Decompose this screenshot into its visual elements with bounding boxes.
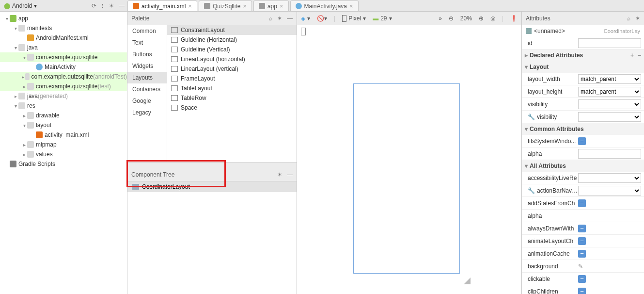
sync-icon[interactable]: ⟳ (92, 2, 96, 9)
tree-node[interactable]: ▸java (generated) (0, 91, 127, 101)
palette-item[interactable]: Guideline (Horizontal) (167, 35, 297, 45)
search-icon[interactable]: ⌕ (269, 15, 272, 22)
palette-item[interactable]: TableLayout (167, 83, 297, 93)
attr-check[interactable]: − (578, 199, 586, 207)
palette-item[interactable]: LinearLayout (horizontal) (167, 54, 297, 64)
palette-item[interactable]: TableRow (167, 93, 297, 103)
attr-check[interactable]: − (578, 237, 586, 245)
tree-node[interactable]: activity_main.xml (0, 130, 127, 140)
tree-node[interactable]: ▾res (0, 101, 127, 111)
tree-node[interactable]: Gradle Scripts (0, 159, 127, 169)
fits-check[interactable]: − (578, 137, 586, 145)
attr-section-layout[interactable]: ▾Layout (522, 61, 644, 73)
warnings-icon[interactable]: ❗ (510, 15, 518, 22)
phone-preview[interactable] (353, 83, 460, 274)
palette-item[interactable]: FrameLayout (167, 74, 297, 83)
expand-arrow[interactable]: ▸ (21, 113, 27, 118)
api-selector[interactable]: ▬ 29▾ (373, 15, 392, 22)
minimize-icon[interactable]: — (287, 171, 293, 178)
zoom-fit-button[interactable]: ◎ (490, 15, 495, 22)
zoom-out-button[interactable]: ⊖ (449, 15, 454, 22)
tools-visibility-select[interactable] (578, 112, 641, 122)
expand-arrow[interactable]: ▾ (13, 45, 18, 50)
module-selector[interactable]: ⬤ Android ▾ (4, 2, 37, 9)
search-icon[interactable]: ⌕ (627, 15, 630, 22)
attr-check[interactable]: − (578, 250, 586, 258)
expand-arrow[interactable]: ▸ (13, 94, 18, 99)
alpha-input[interactable] (578, 149, 641, 159)
tree-node[interactable]: ▾layout (0, 120, 127, 130)
gear-icon[interactable]: ✶ (277, 15, 282, 22)
palette-category[interactable]: Text (127, 37, 167, 49)
add-icon[interactable]: + (630, 52, 634, 59)
tree-node[interactable]: ▸values (0, 149, 127, 159)
attr-check[interactable]: − (578, 225, 586, 232)
palette-item[interactable]: LinearLayout (vertical) (167, 64, 297, 74)
tree-node[interactable]: ▸com.example.quizsqllite (test) (0, 82, 127, 91)
remove-icon[interactable]: − (638, 52, 641, 59)
expand-arrow[interactable]: ▸ (21, 142, 27, 147)
palette-item[interactable]: Guideline (Vertical) (167, 45, 297, 54)
tree-node[interactable]: AndroidManifest.xml (0, 33, 127, 43)
attr-select[interactable] (578, 186, 641, 196)
tree-node[interactable]: MainActivity (0, 62, 127, 72)
attr-check[interactable]: − (578, 275, 586, 283)
attr-select[interactable] (578, 173, 641, 183)
tree-node[interactable]: ▾com.example.quizsqllite (0, 52, 127, 62)
device-selector[interactable]: Pixel▾ (342, 15, 366, 22)
attr-section-all[interactable]: ▾All Attributes (522, 160, 644, 172)
close-icon[interactable]: × (280, 2, 283, 10)
tree-node[interactable]: ▾java (0, 43, 127, 52)
palette-category[interactable]: Legacy (127, 107, 167, 118)
resize-grip[interactable] (462, 276, 471, 284)
orientation-button[interactable]: 🚫▾ (317, 15, 327, 22)
gear-icon[interactable]: ✶ (109, 2, 114, 9)
project-tree[interactable]: ▾app▾manifestsAndroidManifest.xml▾java▾c… (0, 12, 127, 294)
gear-icon[interactable]: ✶ (635, 15, 640, 22)
layout-height-select[interactable]: match_parent (578, 87, 641, 97)
tree-node[interactable]: ▾manifests (0, 23, 127, 33)
palette-category[interactable]: Containers (127, 83, 167, 95)
palette-item[interactable]: ConstraintLayout (167, 25, 297, 35)
tree-node[interactable]: ▾app (0, 14, 127, 23)
minimize-icon[interactable]: — (287, 15, 293, 22)
zoom-in-button[interactable]: ⊕ (479, 15, 484, 22)
tab-app[interactable]: app× (253, 0, 289, 11)
view-mode-button[interactable]: ◈▾ (301, 15, 310, 22)
expand-arrow[interactable]: ▾ (21, 55, 27, 60)
tab-activity-main[interactable]: activity_main.xml× (127, 0, 197, 11)
close-icon[interactable]: × (243, 2, 247, 10)
layout-width-select[interactable]: match_parent (578, 74, 641, 84)
component-tree-root[interactable]: CoordinatorLayout (127, 181, 297, 192)
palette-category[interactable]: Widgets (127, 60, 167, 72)
close-icon[interactable]: × (188, 2, 192, 10)
close-icon[interactable]: × (349, 2, 353, 10)
expand-arrow[interactable]: ▸ (21, 84, 27, 89)
attr-id-input[interactable] (578, 38, 641, 48)
attr-check[interactable]: − (578, 288, 586, 294)
tree-node[interactable]: ▸com.example.quizsqllite (androidTest) (0, 72, 127, 82)
tree-node[interactable]: ▸mipmap (0, 140, 127, 149)
visibility-select[interactable] (578, 99, 641, 109)
expand-arrow[interactable]: ▾ (4, 16, 10, 21)
palette-item[interactable]: Space (167, 103, 297, 113)
component-tree-body[interactable]: CoordinatorLayout (127, 181, 297, 192)
palette-category[interactable]: Google (127, 95, 167, 107)
expand-arrow[interactable]: ▸ (21, 152, 27, 157)
expand-arrow[interactable]: ▸ (21, 74, 25, 80)
attr-section-common[interactable]: ▾Common Attributes (522, 123, 644, 135)
color-picker-icon[interactable]: ✎ (578, 263, 583, 270)
design-surface[interactable] (297, 25, 521, 294)
expand-arrow[interactable]: ▾ (13, 103, 18, 109)
palette-category[interactable]: Buttons (127, 49, 167, 60)
tab-quizsqllite[interactable]: QuizSqllite× (199, 0, 252, 11)
minimize-icon[interactable]: — (119, 2, 125, 9)
tab-mainactivity[interactable]: MainActivity.java× (290, 0, 359, 11)
palette-category[interactable]: Layouts (127, 72, 167, 83)
expand-arrow[interactable]: ▾ (21, 123, 27, 128)
overflow-icon[interactable]: » (439, 15, 442, 22)
palette-category[interactable]: Common (127, 25, 167, 37)
expand-arrow[interactable]: ▾ (13, 26, 18, 31)
tree-node[interactable]: ▸drawable (0, 111, 127, 120)
gear-icon[interactable]: ✶ (277, 171, 282, 178)
